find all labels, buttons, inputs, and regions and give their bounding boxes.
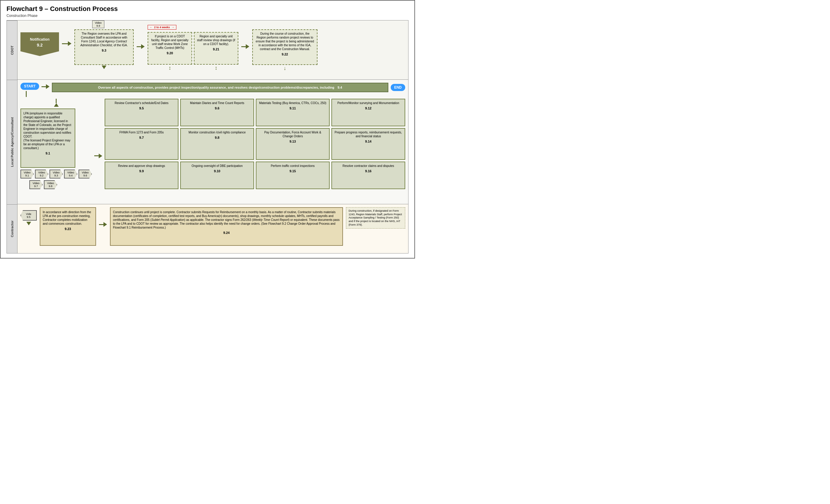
contractor-box-923-text: In accordance with direction from the LP… — [43, 210, 93, 226]
lpa-box-910-text: Ongoing oversight of DBE participation — [183, 164, 251, 168]
cdot-box-93-number: 9.3 — [77, 48, 131, 53]
lpa-box-97-text: FHWA Form 1273 and Form 205s — [107, 130, 175, 134]
lpa-row: START Oversee all aspects of constructio… — [18, 80, 408, 204]
video-badge-top: Video 9.9 — [92, 21, 104, 28]
lpa-box-913-number: 9.13 — [259, 139, 327, 144]
lpa-box-98-number: 9.8 — [183, 135, 251, 139]
cdot-box-920-number: 9.20 — [151, 51, 189, 55]
dbl-arrow-920: ↕ — [169, 65, 171, 70]
lpa-grid: Review Contractor's schedule/End Dates 9… — [105, 99, 405, 189]
contractor-note-text: During construction, if designated on Fo… — [349, 209, 403, 226]
contractor-right-note: During construction, if designated on Fo… — [346, 207, 405, 228]
side-labels: CDOT Local Public Agency/Consultant Cont… — [7, 21, 18, 253]
lpa-box-95-text: Review Contractor's schedule/End Dates — [107, 101, 175, 105]
lpa-label: Local Public Agency/Consultant — [7, 80, 17, 204]
cdot-box-921-text: Region and specialty unit staff review s… — [197, 34, 235, 46]
cdot-box-920-text: If project is on a CDOT facility, Region… — [151, 34, 189, 50]
weeks-label: 2 to 4 weeks — [154, 26, 170, 29]
lpa-box-96-text: Maintain Diaries and Time Count Reports — [183, 101, 251, 105]
phase-label: Construction Phase — [6, 13, 409, 18]
vide-badge-95[interactable]: Vide 9.5 — [21, 210, 37, 221]
lpa-main-content: LPA (employee in responsible charge) app… — [21, 99, 405, 189]
notification-number: 9.2 — [37, 43, 42, 48]
lpa-box-97: FHWA Form 1273 and Form 205s 9.7 — [105, 128, 179, 159]
lpa-box-99-text: Review and approve shop drawings — [107, 164, 175, 168]
lpa-box-95: Review Contractor's schedule/End Dates 9… — [105, 99, 179, 126]
lpa-box-915: Perform traffic control inspections 9.15 — [256, 162, 330, 189]
contractor-row: Vide 9.5 In accordance with direction fr… — [18, 204, 408, 253]
lpa-box-99: Review and approve shop drawings 9.9 — [105, 162, 179, 189]
cdot-row: Notification 9.2 Video — [18, 21, 408, 80]
lpa-box-911-text: Materials Testing (Buy America, CTRs, CO… — [259, 101, 327, 105]
video-badge-92[interactable]: Video 9.2 — [35, 169, 48, 179]
lpa-box-913-text: Pay Documentation, Force Account Work & … — [259, 130, 327, 138]
video-badge-96[interactable]: Video 9.6 — [78, 169, 92, 179]
lpa-top: START Oversee all aspects of constructio… — [21, 83, 405, 97]
lpa-box-916: Resolve contractor claims and disputes 9… — [331, 162, 405, 189]
weeks-indicator: ← 2 to 4 weeks → — [148, 25, 238, 30]
video-top-number: 9.9 — [95, 24, 102, 27]
arrow-up-start — [54, 103, 59, 107]
contractor-box-924-text: Construction continues until project is … — [113, 210, 340, 229]
main-banner-number: 9.4 — [338, 86, 342, 89]
main-banner: Oversee all aspects of construction, pro… — [52, 83, 388, 92]
arrow-down-vide — [26, 222, 31, 225]
video-badge-97[interactable]: Video 9.7 — [29, 180, 43, 189]
arrow-right-93-icon — [141, 44, 145, 49]
start-button[interactable]: START — [21, 83, 39, 90]
video-badge-94[interactable]: Video 9.4 — [64, 169, 77, 179]
video-badge-91[interactable]: Video 9.1 — [21, 169, 34, 179]
lpa-box-910: Ongoing oversight of DBE participation 9… — [180, 162, 254, 189]
notification-box: Notification 9.2 — [21, 32, 59, 56]
lpa-box-914-number: 9.14 — [334, 139, 402, 144]
contractor-box-923-number: 9.23 — [43, 227, 93, 231]
video-badge-98[interactable]: Video 9.8 — [44, 180, 57, 189]
lpa-left-col: LPA (employee in responsible charge) app… — [21, 99, 92, 189]
lpa-content: START Oversee all aspects of constructio… — [21, 83, 405, 189]
cdot-box-920: If project is on a CDOT facility, Region… — [148, 32, 192, 65]
lpa-box-98: Monitor construction /civil rights compl… — [180, 128, 254, 159]
lpa-box-914: Prepare progress reports, reimbursement … — [331, 128, 405, 159]
contractor-box-924: Construction continues until project is … — [110, 207, 343, 246]
lpa-box-916-number: 9.16 — [334, 169, 402, 173]
end-button[interactable]: END — [391, 84, 405, 91]
lpa-video-badges-row2: Video 9.7 Video 9.8 — [29, 180, 92, 189]
content-area: Notification 9.2 Video — [18, 21, 408, 253]
lpa-box-95-number: 9.5 — [107, 106, 175, 110]
lpa-description-number: 9.1 — [24, 151, 72, 155]
lpa-video-badges-row1: Video 9.1 Video 9.2 Video 9.3 — [21, 169, 92, 179]
page: Flowchart 9 – Construction Process Const… — [0, 0, 415, 258]
contractor-box-924-number: 9.24 — [113, 231, 340, 235]
arrow-right-921-icon — [246, 44, 249, 49]
lpa-box-916-text: Resolve contractor claims and disputes — [334, 164, 402, 168]
page-title: Flowchart 9 – Construction Process — [6, 5, 409, 13]
lpa-box-915-text: Perform traffic control inspections — [259, 164, 327, 168]
lpa-box-910-number: 9.10 — [183, 169, 251, 173]
cdot-box-922-text: During the course of construction, the R… — [255, 32, 315, 51]
cdot-label: CDOT — [7, 21, 17, 80]
cdot-box-93: The Region oversees the LPA and Consulta… — [74, 29, 134, 65]
cdot-box-921-number: 9.21 — [197, 47, 235, 51]
lpa-box-98-text: Monitor construction /civil rights compl… — [183, 130, 251, 134]
video-badge-93[interactable]: Video 9.3 — [50, 169, 63, 179]
lpa-box-97-number: 9.7 — [107, 135, 175, 139]
main-area: CDOT Local Public Agency/Consultant Cont… — [6, 20, 409, 253]
contractor-label: Contractor — [7, 204, 17, 253]
lpa-box-914-text: Prepare progress reports, reimbursement … — [334, 130, 402, 138]
contractor-box-923: In accordance with direction from the LP… — [40, 207, 96, 246]
dbl-arrow-922: ↓ — [284, 65, 286, 71]
lpa-box-912: Perform/Monitor surveying and Monumentat… — [331, 99, 405, 126]
arrow-start-icon — [46, 84, 50, 89]
video-top-label: Video — [95, 21, 102, 24]
cdot-boxes: Video 9.9 The Region oversees the LPA an… — [74, 24, 405, 71]
lpa-box-96: Maintain Diaries and Time Count Reports … — [180, 99, 254, 126]
notification-label: Notification — [30, 37, 50, 41]
cdot-box-922: During the course of construction, the R… — [252, 29, 317, 65]
lpa-box-911: Materials Testing (Buy America, CTRs, CO… — [256, 99, 330, 126]
arrow-down-icon-93 — [102, 65, 106, 69]
arrow-contractor-right-icon — [103, 222, 107, 227]
cdot-box-922-number: 9.22 — [255, 52, 315, 56]
main-banner-text: Oversee all aspects of construction, pro… — [98, 86, 334, 89]
cdot-box-93-text: The Region oversees the LPA and Consulta… — [77, 32, 131, 47]
lpa-box-912-text: Perform/Monitor surveying and Monumentat… — [334, 101, 402, 105]
